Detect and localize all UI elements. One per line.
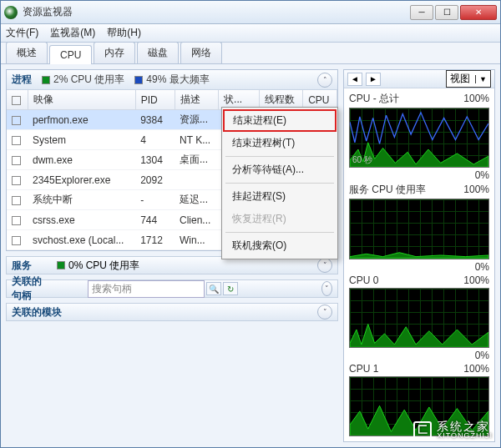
col-pid[interactable]: PID: [135, 90, 175, 110]
cell-desc: Clien...: [175, 210, 219, 230]
search-refresh-button[interactable]: ↻: [223, 282, 238, 295]
ctx-separator: [225, 156, 334, 157]
ctx-separator: [225, 183, 334, 184]
view-selector[interactable]: 视图▼: [446, 70, 491, 88]
watermark-text: 系统之家: [437, 420, 493, 432]
service-swatch: [57, 261, 65, 269]
graph-min: 0%: [475, 261, 489, 273]
minimize-button[interactable]: ─: [410, 5, 433, 20]
graph-max: 100%: [463, 274, 489, 286]
cell-image: perfmon.exe: [28, 110, 135, 130]
cell-desc: NT K...: [175, 130, 219, 150]
ctx-end-process[interactable]: 结束进程(E): [223, 109, 337, 132]
row-checkbox[interactable]: [12, 156, 21, 165]
ctx-resume: 恢复进程(R): [222, 208, 337, 230]
row-checkbox[interactable]: [12, 176, 21, 185]
processes-collapse-icon[interactable]: ˄: [317, 73, 332, 88]
col-desc[interactable]: 描述: [175, 90, 219, 110]
cell-image: 系统中断: [28, 190, 135, 210]
close-button[interactable]: ✕: [460, 5, 497, 20]
graph-title: 服务 CPU 使用率: [349, 183, 426, 197]
row-checkbox[interactable]: [12, 216, 21, 225]
menu-file[interactable]: 文件(F): [6, 26, 38, 40]
modules-title: 关联的模块: [12, 305, 62, 320]
menu-help[interactable]: 帮助(H): [107, 26, 141, 40]
cell-image: svchost.exe (Local...: [28, 230, 135, 250]
cell-desc: [175, 170, 219, 190]
cpu-graph: [349, 288, 489, 348]
tab-disk[interactable]: 磁盘: [137, 42, 179, 63]
cell-pid: 9384: [135, 110, 175, 130]
ctx-analyze-wait[interactable]: 分析等待链(A)...: [222, 159, 337, 181]
cell-pid: 1304: [135, 150, 175, 170]
processes-title: 进程: [12, 73, 32, 87]
cpu-graph: 60 秒: [349, 108, 489, 168]
cell-pid: 4: [135, 130, 175, 150]
handles-expand-icon[interactable]: ˅: [321, 281, 332, 296]
tab-cpu[interactable]: CPU: [49, 45, 92, 64]
cell-image: dwm.exe: [28, 150, 135, 170]
row-checkbox[interactable]: [12, 196, 21, 205]
graph-max: 100%: [463, 93, 489, 104]
row-checkbox[interactable]: [12, 116, 21, 125]
services-expand-icon[interactable]: ˅: [317, 258, 332, 273]
cpu-usage-label: 2% CPU 使用率: [53, 73, 124, 87]
graph-min: 0%: [475, 350, 489, 361]
cell-desc: 资源...: [175, 110, 219, 130]
cell-desc: Win...: [175, 230, 219, 250]
cpu-usage-swatch: [42, 76, 50, 84]
cpu-graph: [349, 199, 489, 259]
processes-header[interactable]: 进程 2% CPU 使用率 49% 最大频率 ˄: [7, 70, 337, 90]
cell-desc: 延迟...: [175, 190, 219, 210]
search-input[interactable]: 搜索句柄: [88, 280, 205, 298]
context-menu: 结束进程(E) 结束进程树(T) 分析等待链(A)... 挂起进程(S) 恢复进…: [221, 107, 338, 259]
handles-title: 关联的句柄: [12, 274, 46, 303]
menubar: 文件(F) 监视器(M) 帮助(H): [1, 24, 500, 43]
graph-min: 0%: [475, 169, 489, 181]
cell-pid: 2092: [135, 170, 175, 190]
window-title: 资源监视器: [23, 5, 410, 19]
cell-image: 2345Explorer.exe: [28, 170, 135, 190]
row-checkbox[interactable]: [12, 236, 21, 245]
watermark-subtext: XITONGZHIJI: [437, 432, 493, 440]
graph-title: CPU 1: [349, 363, 378, 375]
watermark: 匚 系统之家 XITONGZHIJI: [413, 420, 493, 440]
modules-header[interactable]: 关联的模块 ˅: [6, 303, 338, 321]
graph-max: 100%: [463, 363, 489, 375]
ctx-suspend[interactable]: 挂起进程(S): [222, 185, 337, 208]
modules-expand-icon[interactable]: ˅: [317, 305, 332, 320]
graph-toolbar: ◄ ► 视图▼: [344, 70, 494, 88]
cell-pid: 744: [135, 210, 175, 230]
ctx-end-tree[interactable]: 结束进程树(T): [222, 132, 337, 154]
cell-desc: 桌面...: [175, 150, 219, 170]
cell-image: csrss.exe: [28, 210, 135, 230]
tab-bar: 概述 CPU 内存 磁盘 网络: [1, 43, 500, 64]
check-all[interactable]: [12, 96, 21, 105]
cell-image: System: [28, 130, 135, 150]
menu-monitor[interactable]: 监视器(M): [50, 26, 95, 40]
ctx-separator: [225, 232, 334, 233]
tab-overview[interactable]: 概述: [6, 42, 48, 63]
maximize-button[interactable]: ☐: [435, 5, 458, 20]
service-cpu-label: 0% CPU 使用率: [68, 259, 139, 273]
window-buttons: ─ ☐ ✕: [410, 5, 497, 20]
graph-nav-left[interactable]: ◄: [347, 73, 362, 86]
graph-title: CPU - 总计: [349, 92, 399, 106]
cell-pid: 1712: [135, 230, 175, 250]
cell-pid: -: [135, 190, 175, 210]
graph-max: 100%: [463, 184, 489, 195]
max-freq-label: 49% 最大频率: [146, 73, 209, 87]
services-title: 服务: [12, 259, 32, 273]
col-image[interactable]: 映像: [28, 90, 135, 110]
watermark-logo-icon: 匚: [413, 421, 432, 440]
tab-memory[interactable]: 内存: [94, 42, 135, 63]
max-freq-swatch: [134, 76, 143, 84]
titlebar: 资源监视器 ─ ☐ ✕: [1, 1, 500, 24]
view-label: 视图: [450, 72, 470, 86]
ctx-online-search[interactable]: 联机搜索(O): [222, 234, 337, 257]
tab-network[interactable]: 网络: [180, 42, 222, 63]
graph-nav-right[interactable]: ►: [366, 73, 381, 86]
handles-header[interactable]: 关联的句柄 搜索句柄 🔍 ↻ ˅: [6, 279, 338, 298]
row-checkbox[interactable]: [12, 136, 21, 145]
search-button[interactable]: 🔍: [206, 282, 221, 295]
